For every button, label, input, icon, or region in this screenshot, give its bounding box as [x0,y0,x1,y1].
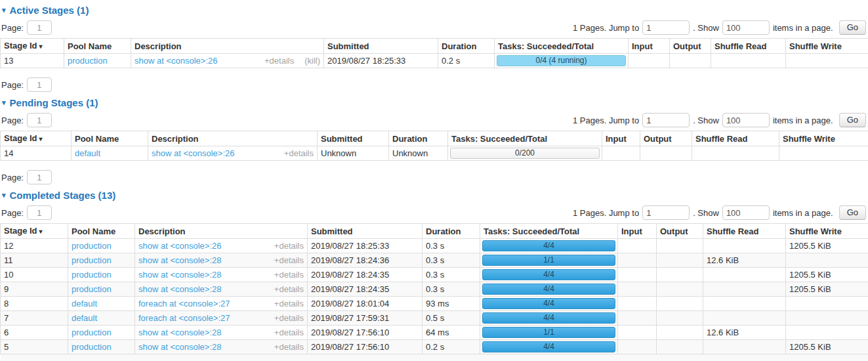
description-link[interactable]: show at <console>:26 [152,148,234,158]
col-header-input[interactable]: Input [602,131,640,146]
pool-name-link[interactable]: production [72,342,112,352]
section-header-completed-stages[interactable]: ▾ Completed Stages (13) [2,190,868,200]
description-link[interactable]: show at <console>:28 [138,270,221,280]
col-header-tasks[interactable]: Tasks: Succeeded/Total [495,39,629,54]
output-cell [657,282,703,297]
details-toggle[interactable]: +details [284,149,314,158]
col-header-pool-name[interactable]: Pool Name [68,224,135,239]
col-header-duration[interactable]: Duration [423,224,480,239]
kill-link[interactable]: (kill) [304,56,320,65]
details-toggle[interactable]: +details [274,270,304,279]
col-header-pool-name[interactable]: Pool Name [72,131,148,146]
col-header-submitted[interactable]: Submitted [308,224,423,239]
col-header-input[interactable]: Input [618,224,657,239]
col-header-duration[interactable]: Duration [438,39,495,54]
col-header-output[interactable]: Output [640,131,692,146]
pool-name-link[interactable]: default [72,299,97,308]
details-toggle[interactable]: +details [274,242,304,250]
items-per-page-input[interactable] [722,113,770,127]
pool-name-link[interactable]: default [72,313,97,323]
output-cell [657,239,703,253]
description-link[interactable]: show at <console>:26 [134,56,217,66]
page-label: Page: [1,116,24,125]
description-cell: +details foreach at <console>:27 [135,311,308,326]
description-link[interactable]: show at <console>:28 [138,342,221,352]
pending-stages-section: ▾ Pending Stages (1) Page: 1 Pages. Jump… [0,98,868,185]
col-header-submitted[interactable]: Submitted [324,39,438,54]
col-header-shuffle-write[interactable]: Shuffle Write [786,224,868,239]
col-header-submitted[interactable]: Submitted [318,131,389,146]
pool-name-link[interactable]: production [72,284,112,294]
details-toggle[interactable]: +details [274,256,304,265]
col-header-description[interactable]: Description [131,39,324,54]
col-header-shuffle-write[interactable]: Shuffle Write [779,131,868,146]
col-header-shuffle-write[interactable]: Shuffle Write [786,39,868,54]
col-header-shuffle-read[interactable]: Shuffle Read [692,131,779,146]
col-header-duration[interactable]: Duration [389,131,448,146]
col-header-pool-name[interactable]: Pool Name [64,39,131,54]
col-header-output[interactable]: Output [670,39,711,54]
details-toggle[interactable]: +details [264,56,294,65]
col-header-tasks[interactable]: Tasks: Succeeded/Total [480,224,618,239]
jump-to-input[interactable] [642,20,690,35]
shuffle-write-cell: 1205.5 KiB [786,282,868,297]
description-link[interactable]: show at <console>:28 [138,328,221,337]
stage-id-cell: 9 [1,282,68,297]
section-header-active-stages[interactable]: ▾ Active Stages (1) [2,5,868,15]
pool-name-link[interactable]: production [68,56,108,66]
pool-name-link[interactable]: production [72,270,112,280]
submitted-cell: 2019/08/27 18:25:33 [324,54,438,68]
output-cell [657,340,703,354]
col-header-input[interactable]: Input [629,39,670,54]
page-number-input[interactable] [27,170,52,184]
details-toggle[interactable]: +details [274,285,304,293]
col-header-shuffle-read[interactable]: Shuffle Read [711,39,786,54]
page-number-input[interactable] [27,77,52,92]
description-link[interactable]: foreach at <console>:27 [138,299,230,308]
description-link[interactable]: foreach at <console>:27 [138,313,230,323]
description-link[interactable]: show at <console>:26 [138,241,221,251]
pool-name-cell: default [72,146,148,161]
description-link[interactable]: show at <console>:28 [138,255,221,265]
input-cell [618,282,657,297]
col-header-tasks[interactable]: Tasks: Succeeded/Total [448,131,602,146]
pool-name-link[interactable]: production [72,328,112,337]
pool-name-link[interactable]: production [72,241,112,251]
col-header-stage-id[interactable]: Stage Id▾ [1,131,72,146]
clipped-table-row [1,354,868,361]
input-cell [618,253,657,268]
pool-name-link[interactable]: production [72,255,112,265]
col-header-output[interactable]: Output [657,224,703,239]
items-per-page-input[interactable] [722,20,770,35]
page-number-input[interactable] [27,205,52,220]
go-button[interactable]: Go [839,205,866,220]
pool-name-cell: production [68,326,135,340]
details-toggle[interactable]: +details [274,314,304,322]
page-number-input[interactable] [27,113,52,127]
section-title-text: Active Stages (1) [10,5,89,15]
description-cell: +details show at <console>:28 [135,282,308,297]
description-link[interactable]: show at <console>:28 [138,284,221,294]
stage-id-cell: 8 [1,297,68,311]
col-header-description[interactable]: Description [135,224,308,239]
items-per-page-input[interactable] [722,205,770,220]
col-header-description[interactable]: Description [148,131,318,146]
details-toggle[interactable]: +details [274,343,304,351]
section-header-pending-stages[interactable]: ▾ Pending Stages (1) [2,98,868,108]
pool-name-cell: production [68,282,135,297]
go-button[interactable]: Go [839,113,866,127]
submitted-cell: 2019/08/27 18:24:36 [308,253,423,268]
pool-name-link[interactable]: default [75,148,100,158]
details-toggle[interactable]: +details [274,328,304,337]
jump-to-input[interactable] [642,205,690,220]
pool-name-cell: production [64,54,131,68]
stage-id-cell: 14 [1,146,72,161]
col-header-stage-id[interactable]: Stage Id▾ [1,224,68,239]
task-progress-bar: 0/4 (4 running) [497,55,626,66]
col-header-shuffle-read[interactable]: Shuffle Read [703,224,786,239]
jump-to-input[interactable] [642,113,690,127]
details-toggle[interactable]: +details [274,299,304,308]
go-button[interactable]: Go [839,20,866,35]
col-header-stage-id[interactable]: Stage Id▾ [1,39,64,54]
page-number-input[interactable] [27,20,52,35]
